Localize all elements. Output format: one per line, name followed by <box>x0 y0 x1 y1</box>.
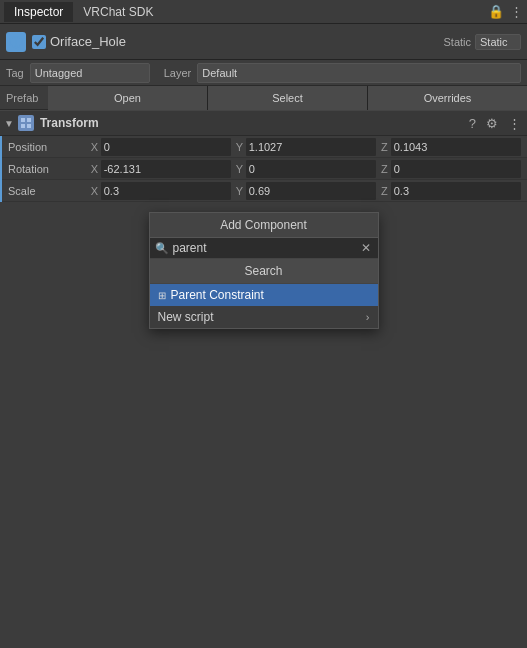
add-component-wrapper: Add Component 🔍 ✕ Search ⊞ Parent Constr… <box>0 202 527 339</box>
search-icon: 🔍 <box>155 242 169 255</box>
prefab-row: Prefab Open Select Overrides <box>0 86 527 110</box>
search-clear-button[interactable]: ✕ <box>359 241 373 255</box>
component-search-input[interactable] <box>173 241 355 255</box>
result-new-script[interactable]: New script › <box>150 306 378 328</box>
transform-help-button[interactable]: ? <box>467 116 478 131</box>
new-script-label: New script <box>158 310 214 324</box>
search-row: 🔍 ✕ <box>150 238 378 259</box>
prefab-overrides-button[interactable]: Overrides <box>368 86 527 110</box>
static-dropdown[interactable]: Static <box>475 34 521 50</box>
layer-label: Layer <box>164 67 192 79</box>
transform-settings-button[interactable]: ⚙ <box>484 116 500 131</box>
tag-label: Tag <box>6 67 24 79</box>
rotation-y-axis: Y <box>233 163 246 175</box>
position-z-input[interactable] <box>391 138 521 156</box>
rotation-x-input[interactable] <box>101 160 231 178</box>
transform-svg-icon <box>20 117 32 129</box>
transform-more-button[interactable]: ⋮ <box>506 116 523 131</box>
tab-vrchat-sdk[interactable]: VRChat SDK <box>73 2 163 22</box>
transform-body: Position X Y Z Rotation <box>0 136 527 202</box>
prefab-select-button[interactable]: Select <box>208 86 368 110</box>
position-x-input[interactable] <box>101 138 231 156</box>
scale-row: Scale X Y Z <box>2 180 527 202</box>
prefab-label: Prefab <box>0 92 48 104</box>
scale-x-input[interactable] <box>101 182 231 200</box>
position-y-input[interactable] <box>246 138 376 156</box>
lock-icon[interactable]: 🔒 <box>488 4 504 19</box>
tab-inspector[interactable]: Inspector <box>4 2 73 22</box>
svg-rect-5 <box>21 124 25 128</box>
static-label: Static <box>443 36 471 48</box>
section-collapse-icon[interactable]: ▼ <box>4 118 14 129</box>
tag-dropdown[interactable]: Untagged <box>30 63 150 83</box>
layer-dropdown[interactable]: Default <box>197 63 521 83</box>
position-label: Position <box>8 141 88 153</box>
svg-rect-6 <box>27 124 31 128</box>
svg-rect-4 <box>27 118 31 122</box>
menu-icon[interactable]: ⋮ <box>510 4 523 19</box>
rotation-label: Rotation <box>8 163 88 175</box>
search-button[interactable]: Search <box>150 259 378 284</box>
rotation-x-axis: X <box>88 163 101 175</box>
transform-title: Transform <box>40 116 467 130</box>
scale-y-input[interactable] <box>246 182 376 200</box>
result-label: Parent Constraint <box>171 288 264 302</box>
object-header: Oriface_Hole Static Static <box>0 24 527 60</box>
transform-section-header: ▼ Transform ? ⚙ ⋮ <box>0 110 527 136</box>
scale-z-axis: Z <box>378 185 391 197</box>
main-content: Oriface_Hole Static Static Tag Untagged … <box>0 24 527 648</box>
transform-icon <box>18 115 34 131</box>
result-icon: ⊞ <box>158 290 166 301</box>
rotation-y-input[interactable] <box>246 160 376 178</box>
bottom-space <box>0 339 527 648</box>
object-icon <box>6 32 26 52</box>
rotation-z-axis: Z <box>378 163 391 175</box>
result-parent-constraint[interactable]: ⊞ Parent Constraint <box>150 284 378 306</box>
scale-y-axis: Y <box>233 185 246 197</box>
position-row: Position X Y Z <box>2 136 527 158</box>
search-results: ⊞ Parent Constraint New script › <box>150 284 378 328</box>
position-x-axis: X <box>88 141 101 153</box>
scale-label: Scale <box>8 185 88 197</box>
object-active-checkbox[interactable] <box>32 35 46 49</box>
prefab-open-button[interactable]: Open <box>48 86 208 110</box>
rotation-row: Rotation X Y Z <box>2 158 527 180</box>
scale-z-input[interactable] <box>391 182 521 200</box>
position-y-axis: Y <box>233 141 246 153</box>
submenu-arrow-icon: › <box>366 311 370 323</box>
rotation-z-input[interactable] <box>391 160 521 178</box>
dropdown-title: Add Component <box>150 213 378 238</box>
tab-bar: Inspector VRChat SDK 🔒 ⋮ <box>0 0 527 24</box>
position-z-axis: Z <box>378 141 391 153</box>
scale-x-axis: X <box>88 185 101 197</box>
svg-rect-3 <box>21 118 25 122</box>
tag-layer-row: Tag Untagged Layer Default <box>0 60 527 86</box>
unity-cube-icon <box>9 35 23 49</box>
object-name: Oriface_Hole <box>50 34 443 49</box>
add-component-dropdown: Add Component 🔍 ✕ Search ⊞ Parent Constr… <box>149 212 379 329</box>
